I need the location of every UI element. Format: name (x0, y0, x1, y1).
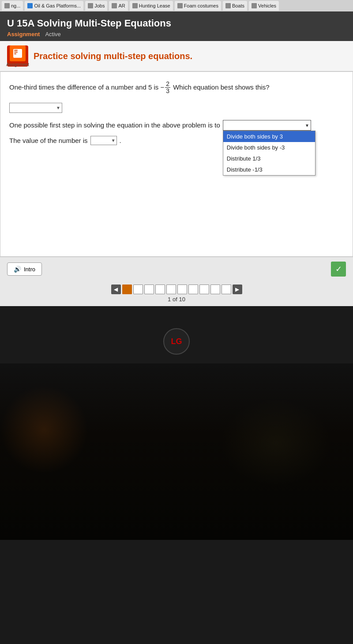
browser-content: U 15A Solving Multi-Step Equations Assig… (0, 11, 353, 306)
step-option-2[interactable]: Divide both sides by -3 (223, 142, 315, 153)
tab-boats-label: Boats (232, 3, 244, 8)
step-dropdown-menu: Divide both sides by 3 Divide both sides… (223, 131, 315, 176)
practice-title: Practice solving multi-step equations. (34, 51, 192, 61)
tab-vehicles-label: Vehicles (258, 3, 276, 8)
tab-ar-icon (112, 3, 117, 8)
monitor-frame: LG (0, 306, 353, 597)
fraction-denominator: 3 (165, 88, 170, 94)
check-icon: ✓ (335, 264, 342, 274)
dark-photo-area (0, 363, 353, 540)
tab-foam-icon (177, 3, 183, 8)
tab-oil-gas-label: Oil & Gas Platforms... (34, 3, 81, 8)
value-period: . (120, 137, 121, 144)
page-dot-7[interactable] (188, 285, 198, 294)
tab-ar[interactable]: AR (109, 1, 128, 11)
step-dropdown-container[interactable]: ▼ Divide both sides by 3 Divide both sid… (223, 120, 311, 131)
page-dot-4[interactable] (155, 285, 165, 294)
step-option-4[interactable]: Distribute -1/3 (223, 164, 315, 175)
tab-bar: ng... Oil & Gas Platforms... Jobs AR Hun… (0, 0, 353, 11)
bottom-nav: 🔊 Intro ✓ (0, 257, 353, 281)
dark-photo-content (0, 363, 353, 540)
tab-ng-icon (4, 3, 10, 8)
tab-jobs[interactable]: Jobs (85, 1, 107, 11)
step-text: One possible first step in solving the e… (9, 121, 220, 129)
next-page-button[interactable]: ▶ (233, 285, 242, 294)
page-count: 1 of 10 (168, 296, 185, 303)
speaker-icon: 🔊 (14, 266, 21, 273)
question-area: One-third times the difference of a numb… (0, 71, 353, 257)
equation-dropdown[interactable] (9, 103, 62, 113)
page-subtitle: Assignment Active (7, 31, 346, 37)
tab-vehicles-icon (252, 3, 257, 8)
subtitle-active: Active (45, 31, 60, 37)
tab-jobs-label: Jobs (94, 3, 105, 8)
page-dot-6[interactable] (177, 285, 187, 294)
pagination-bar: ◀ ▶ 1 of 10 (0, 281, 353, 306)
step-dropdown-arrow: ▼ (305, 123, 309, 127)
lg-logo: LG (163, 328, 190, 355)
question-fraction: 23 (165, 81, 170, 95)
check-button[interactable]: ✓ (331, 262, 346, 277)
equation-dropdown-wrapper: ▼ (9, 103, 62, 113)
tab-jobs-icon (88, 3, 93, 8)
tab-oil-gas-icon (27, 3, 33, 8)
main-content: Assignment Practice solving multi-step e… (0, 41, 353, 306)
value-dropdown[interactable] (90, 136, 117, 145)
tab-foam-label: Foam costumes (184, 3, 218, 8)
page-dot-5[interactable] (166, 285, 176, 294)
intro-button[interactable]: 🔊 Intro (7, 262, 42, 276)
tab-boats-icon (225, 3, 231, 8)
tab-hunting-icon (132, 3, 138, 8)
page-dot-1[interactable] (122, 285, 132, 294)
question-text-before: One-third times the difference of a numb… (9, 83, 164, 91)
intro-button-label: Intro (24, 266, 35, 273)
assignment-icon-label: Assignment (6, 62, 29, 67)
page-title: U 15A Solving Multi-Step Equations (7, 18, 346, 29)
page-dot-10[interactable] (222, 285, 231, 294)
fraction-numerator: 2 (165, 81, 170, 88)
subtitle-assignment: Assignment (7, 31, 40, 37)
value-text: The value of the number is (9, 137, 88, 144)
tab-hunting-label: Hunting Lease (139, 3, 170, 8)
tab-oil-gas[interactable]: Oil & Gas Platforms... (25, 1, 83, 11)
practice-header: Assignment Practice solving multi-step e… (0, 41, 353, 71)
value-dropdown-wrapper: ▼ (90, 136, 117, 145)
question-text: One-third times the difference of a numb… (9, 81, 344, 95)
page-dot-2[interactable] (133, 285, 143, 294)
step-dropdown-input[interactable] (223, 120, 311, 131)
question-text-after: Which equation best shows this? (173, 83, 269, 91)
step-option-3[interactable]: Distribute 1/3 (223, 153, 315, 164)
page-header: U 15A Solving Multi-Step Equations Assig… (0, 11, 353, 41)
step-row: One possible first step in solving the e… (9, 120, 344, 131)
tab-hunting[interactable]: Hunting Lease (130, 1, 173, 11)
tab-vehicles[interactable]: Vehicles (249, 1, 279, 11)
page-dot-8[interactable] (199, 285, 209, 294)
tab-ng-label: ng... (11, 3, 20, 8)
prev-page-button[interactable]: ◀ (111, 285, 121, 294)
pagination-controls: ◀ ▶ (111, 285, 242, 294)
page-dot-9[interactable] (210, 285, 220, 294)
lg-logo-area: LG (163, 315, 190, 363)
step-option-1[interactable]: Divide both sides by 3 (223, 131, 315, 142)
assignment-icon: Assignment (7, 45, 28, 67)
tab-ng[interactable]: ng... (2, 1, 23, 11)
page-dot-3[interactable] (144, 285, 154, 294)
tab-foam[interactable]: Foam costumes (175, 1, 221, 11)
tab-boats[interactable]: Boats (223, 1, 247, 11)
tab-ar-label: AR (118, 3, 125, 8)
